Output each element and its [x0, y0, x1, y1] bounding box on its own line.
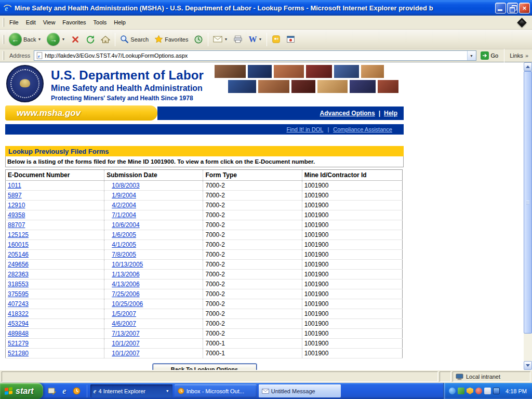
- tray-icon-1[interactable]: [449, 388, 456, 394]
- submission-date-link[interactable]: 7/13/2007: [112, 330, 139, 337]
- messenger-button[interactable]: [269, 33, 283, 45]
- submission-date-link[interactable]: 1/13/2006: [112, 271, 139, 278]
- print-button[interactable]: [231, 34, 245, 45]
- tray-icon-4[interactable]: [475, 388, 482, 394]
- compliance-assistance-link[interactable]: Compliance Assistance: [333, 126, 392, 132]
- edoc-link[interactable]: 49358: [8, 211, 25, 219]
- edit-with-word-button[interactable]: W ▼: [246, 34, 264, 45]
- edoc-link[interactable]: 160015: [8, 241, 29, 248]
- back-button[interactable]: ← Back ▼: [6, 31, 44, 47]
- scroll-down-button[interactable]: [524, 361, 532, 370]
- word-icon: W: [248, 35, 257, 44]
- vertical-scrollbar[interactable]: [524, 62, 532, 370]
- advanced-options-link[interactable]: Advanced Options: [320, 110, 375, 117]
- submission-date-link[interactable]: 1/5/2007: [112, 310, 136, 317]
- search-button[interactable]: Search: [117, 33, 151, 45]
- scroll-up-button[interactable]: [524, 62, 532, 71]
- submission-date-link[interactable]: 10/1/2007: [112, 340, 139, 347]
- mail-button[interactable]: ▼: [210, 34, 230, 44]
- submission-date-link[interactable]: 7/25/2006: [112, 290, 139, 298]
- address-dropdown-button[interactable]: ▼: [467, 51, 476, 60]
- site-url-tab[interactable]: www.msha.gov: [5, 105, 157, 121]
- mail-dropdown[interactable]: ▼: [224, 37, 228, 41]
- ie-app-icon: e: [3, 4, 12, 12]
- outlook-quicklaunch-icon[interactable]: [72, 386, 82, 396]
- volume-icon[interactable]: [484, 388, 491, 394]
- browser-viewport: U.S. Department of Labor Mine Safety and…: [0, 62, 532, 370]
- history-button[interactable]: [191, 33, 206, 46]
- menu-tools[interactable]: Tools: [90, 17, 111, 28]
- network-icon[interactable]: [493, 388, 500, 394]
- edoc-link[interactable]: 125125: [8, 231, 29, 238]
- restore-button[interactable]: [507, 3, 518, 14]
- stop-button[interactable]: [68, 33, 83, 46]
- submission-date-link[interactable]: 1/6/2005: [112, 231, 136, 238]
- edoc-link[interactable]: 375595: [8, 290, 29, 298]
- back-to-lookup-options-button[interactable]: Back To Lookup Options: [153, 364, 257, 370]
- edoc-link[interactable]: 453294: [8, 320, 29, 327]
- edoc-link[interactable]: 318553: [8, 281, 29, 288]
- go-button[interactable]: Go: [478, 51, 501, 60]
- menu-file[interactable]: File: [6, 17, 22, 28]
- edoc-link[interactable]: 205146: [8, 251, 29, 258]
- submission-date-link[interactable]: 4/6/2007: [112, 320, 136, 327]
- edit-dropdown[interactable]: ▼: [258, 37, 262, 41]
- help-link[interactable]: Help: [384, 110, 397, 117]
- submission-date-link[interactable]: 10/6/2004: [112, 221, 139, 229]
- edoc-link[interactable]: 88707: [8, 221, 25, 229]
- research-button[interactable]: [284, 33, 298, 45]
- submission-date-link[interactable]: 7/8/2005: [112, 251, 136, 258]
- menu-edit[interactable]: Edit: [22, 17, 39, 28]
- edoc-link[interactable]: 12910: [8, 202, 25, 209]
- links-overflow-chevron[interactable]: »: [525, 52, 528, 59]
- links-toolbar[interactable]: Links »: [508, 52, 530, 59]
- edoc-link[interactable]: 521279: [8, 340, 29, 347]
- home-button[interactable]: [98, 34, 113, 45]
- menu-help[interactable]: Help: [110, 17, 129, 28]
- taskbar-button-untitled-message[interactable]: Untitled Message: [259, 384, 341, 397]
- submission-date-link[interactable]: 4/13/2006: [112, 281, 139, 288]
- edoc-link[interactable]: 249656: [8, 261, 29, 268]
- menu-view[interactable]: View: [39, 17, 59, 28]
- submission-date-link[interactable]: 10/1/2007: [112, 350, 139, 357]
- scroll-down-arrow-icon: [526, 364, 530, 367]
- internet-explorer-quicklaunch-icon[interactable]: e: [59, 386, 70, 396]
- tray-icon-3[interactable]: [467, 388, 473, 394]
- edoc-link[interactable]: 5897: [8, 192, 22, 199]
- edoc-link[interactable]: 418322: [8, 310, 29, 317]
- show-desktop-icon[interactable]: [47, 386, 57, 396]
- back-arrow-glyph: ←: [12, 36, 19, 43]
- scrollbar-thumb[interactable]: [524, 71, 532, 334]
- close-button[interactable]: ×: [519, 3, 530, 14]
- submission-date-link[interactable]: 1/9/2004: [112, 192, 136, 199]
- back-history-dropdown[interactable]: ▼: [37, 37, 41, 41]
- menubar-grip[interactable]: [3, 18, 4, 27]
- toolbar-grip[interactable]: [3, 35, 4, 44]
- refresh-button[interactable]: [83, 33, 98, 46]
- forward-history-dropdown[interactable]: ▼: [61, 37, 65, 41]
- submission-date-link[interactable]: 4/1/2005: [112, 241, 136, 248]
- edoc-link[interactable]: 489848: [8, 330, 29, 337]
- favorites-button[interactable]: Favorites: [152, 33, 191, 45]
- taskbar-clock: 4:18 PM: [506, 388, 527, 394]
- tray-icon-2[interactable]: [458, 388, 464, 394]
- forward-button[interactable]: → ▼: [44, 31, 68, 47]
- start-button[interactable]: start: [0, 383, 43, 399]
- edoc-link[interactable]: 282363: [8, 271, 29, 278]
- submission-date-link[interactable]: 10/13/2005: [112, 261, 143, 268]
- submission-date-link[interactable]: 4/2/2004: [112, 202, 136, 209]
- edoc-link[interactable]: 521280: [8, 350, 29, 357]
- submission-date-link[interactable]: 7/1/2004: [112, 211, 136, 219]
- submission-date-link[interactable]: 10/8/2003: [112, 182, 139, 189]
- address-input[interactable]: [45, 51, 465, 60]
- edoc-link[interactable]: 407243: [8, 300, 29, 308]
- taskbar-button-outlook-inbox[interactable]: Inbox - Microsoft Out...: [175, 384, 257, 397]
- addressbar-grip[interactable]: [3, 51, 4, 60]
- find-it-in-dol-link[interactable]: Find It! in DOL: [286, 126, 323, 132]
- submission-date-link[interactable]: 10/25/2006: [112, 300, 143, 308]
- edoc-link[interactable]: 1011: [8, 182, 21, 189]
- menu-favorites[interactable]: Favorites: [59, 17, 89, 28]
- minimize-button[interactable]: [495, 3, 506, 14]
- group-dropdown-caret[interactable]: ▼: [166, 389, 169, 393]
- taskbar-button-internet-explorer-group[interactable]: e 4 Internet Explorer ▼: [90, 384, 172, 397]
